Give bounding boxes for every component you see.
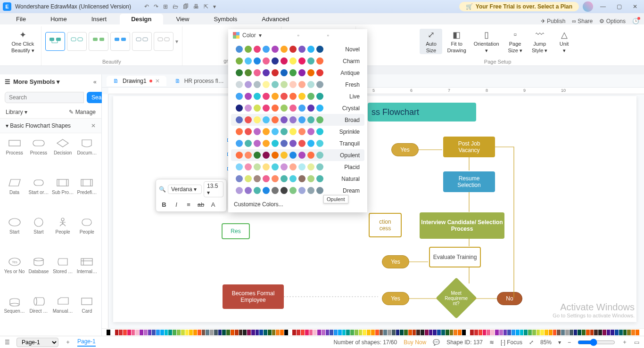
- quick-color[interactable]: [165, 330, 168, 335]
- palette-placid[interactable]: Placid: [231, 161, 364, 173]
- page-size-button[interactable]: ▫ PageSize ▾: [504, 29, 527, 55]
- quick-color[interactable]: [454, 330, 457, 335]
- quick-color[interactable]: [107, 330, 110, 335]
- quick-color[interactable]: [363, 330, 366, 335]
- quick-color[interactable]: [214, 330, 218, 335]
- shape-stored[interactable]: Stored …: [51, 255, 74, 293]
- fc-yes-1[interactable]: Yes: [391, 143, 419, 156]
- quick-color[interactable]: [140, 330, 143, 335]
- palette-live[interactable]: Live: [231, 90, 364, 102]
- fullscreen-icon[interactable]: ⤢: [529, 339, 534, 346]
- quick-color[interactable]: [487, 330, 490, 335]
- fc-yes-2[interactable]: Yes: [382, 255, 409, 268]
- quick-color[interactable]: [284, 330, 288, 335]
- shape-subpro[interactable]: Sub Pro…: [51, 176, 74, 214]
- italic-button[interactable]: I: [171, 199, 182, 210]
- page-icon-2[interactable]: ▫: [327, 32, 329, 39]
- options-button[interactable]: ⚙ Options: [599, 18, 626, 24]
- quick-color[interactable]: [156, 330, 160, 335]
- quick-color[interactable]: [631, 330, 635, 335]
- quick-color[interactable]: [574, 330, 578, 335]
- open-icon[interactable]: 🗁: [173, 3, 178, 10]
- quick-color[interactable]: [132, 330, 135, 335]
- print-icon[interactable]: 🖶: [193, 3, 199, 10]
- shape-direct[interactable]: Direct …: [27, 294, 50, 333]
- shape-start[interactable]: Start: [27, 215, 50, 254]
- quick-color[interactable]: [537, 330, 540, 335]
- fc-evaluate[interactable]: Evaluate Training: [429, 247, 481, 267]
- quick-color[interactable]: [177, 330, 181, 335]
- quick-color[interactable]: [479, 330, 482, 335]
- fc-resume-selection[interactable]: Resume Selection: [443, 171, 495, 192]
- palette-novel[interactable]: Novel: [231, 43, 364, 55]
- quick-color[interactable]: [495, 330, 499, 335]
- menu-home[interactable]: Home: [39, 14, 78, 24]
- shape-internal[interactable]: Internal…: [75, 255, 99, 293]
- quick-color[interactable]: [462, 330, 466, 335]
- page-icon[interactable]: ▫: [297, 32, 299, 39]
- quick-color[interactable]: [152, 330, 156, 335]
- theme-more-icon[interactable]: ▾: [175, 38, 178, 45]
- quick-color[interactable]: [557, 330, 561, 335]
- theme-thumb-6[interactable]: [154, 32, 173, 51]
- fc-post-job[interactable]: Post Job Vacancy: [443, 137, 495, 157]
- user-avatar[interactable]: [583, 1, 593, 12]
- quick-color[interactable]: [355, 330, 358, 335]
- quick-color[interactable]: [615, 330, 619, 335]
- section-basic-flowchart[interactable]: ▾ Basic Flowchart Shapes ✕: [0, 118, 101, 133]
- quick-color[interactable]: [388, 330, 391, 335]
- quick-color[interactable]: [470, 330, 474, 335]
- shape-database[interactable]: Database: [27, 255, 50, 293]
- quick-color[interactable]: [135, 330, 139, 335]
- fc-partial-ction[interactable]: ction cess: [369, 213, 402, 237]
- quick-color[interactable]: [330, 330, 333, 335]
- quick-color[interactable]: [189, 330, 193, 335]
- info-icon[interactable]: 💬: [433, 339, 440, 346]
- quick-color[interactable]: [607, 330, 611, 335]
- quick-color[interactable]: [173, 330, 176, 335]
- quick-color[interactable]: [160, 330, 164, 335]
- quick-color[interactable]: [367, 330, 371, 335]
- fc-title[interactable]: ss Flowchart: [368, 103, 476, 121]
- quick-color[interactable]: [540, 330, 544, 335]
- quick-color[interactable]: [235, 330, 239, 335]
- menu-design[interactable]: Design: [120, 14, 163, 24]
- quick-color-strip[interactable]: [102, 328, 644, 336]
- quick-color[interactable]: [251, 330, 255, 335]
- quick-color[interactable]: [111, 330, 115, 335]
- quick-color[interactable]: [259, 330, 263, 335]
- section-close-icon[interactable]: ✕: [91, 122, 96, 129]
- quick-color[interactable]: [458, 330, 462, 335]
- fit-page-icon[interactable]: ▭: [634, 339, 639, 346]
- quick-color[interactable]: [276, 330, 280, 335]
- quick-color[interactable]: [446, 330, 449, 335]
- quick-color[interactable]: [256, 330, 259, 335]
- quick-color[interactable]: [512, 330, 515, 335]
- quick-color[interactable]: [553, 330, 557, 335]
- buy-now-link[interactable]: Buy Now: [404, 339, 426, 346]
- quick-color[interactable]: [338, 330, 342, 335]
- quick-color[interactable]: [619, 330, 623, 335]
- quick-color[interactable]: [272, 330, 276, 335]
- quick-color[interactable]: [408, 330, 412, 335]
- palette-charm[interactable]: Charm: [231, 55, 364, 67]
- palette-natural[interactable]: Natural: [231, 173, 364, 185]
- shape-card[interactable]: Card: [75, 294, 99, 333]
- quick-color[interactable]: [206, 330, 209, 335]
- publish-button[interactable]: ✈ Publish: [541, 18, 566, 24]
- quick-color[interactable]: [268, 330, 272, 335]
- quick-color[interactable]: [313, 330, 317, 335]
- shape-people[interactable]: People: [75, 215, 99, 254]
- focus-toggle[interactable]: [·] Focus: [501, 339, 522, 346]
- quick-color[interactable]: [433, 330, 437, 335]
- quick-color[interactable]: [474, 330, 478, 335]
- orientation-button[interactable]: ▯ Orientation▾: [471, 29, 502, 55]
- shape-people[interactable]: People: [51, 215, 74, 254]
- quick-color[interactable]: [483, 330, 487, 335]
- quick-color[interactable]: [524, 330, 528, 335]
- shape-start[interactable]: Start: [3, 215, 26, 254]
- zoom-slider[interactable]: [578, 339, 615, 346]
- zoom-out-icon[interactable]: −: [568, 339, 571, 346]
- quick-color[interactable]: [181, 330, 185, 335]
- quick-color[interactable]: [309, 330, 313, 335]
